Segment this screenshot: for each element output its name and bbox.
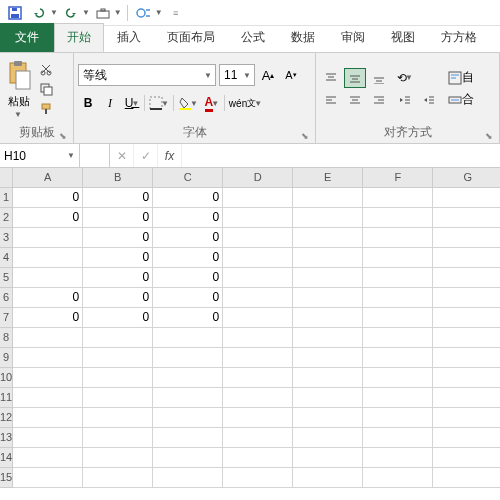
phonetic-button[interactable]: wén文▼ <box>227 93 264 113</box>
font-size-select[interactable]: 11▼ <box>219 64 255 86</box>
align-launcher-icon[interactable]: ⬊ <box>485 131 493 141</box>
cell[interactable] <box>223 188 293 208</box>
cell[interactable] <box>293 408 363 428</box>
cell[interactable] <box>363 228 433 248</box>
cell[interactable] <box>433 368 500 388</box>
merge-button[interactable]: 合 <box>446 90 476 110</box>
cell[interactable]: 0 <box>153 308 223 328</box>
cell[interactable] <box>293 448 363 468</box>
cell[interactable] <box>153 468 223 488</box>
tab-formulas[interactable]: 公式 <box>228 23 278 52</box>
cell[interactable] <box>83 368 153 388</box>
cell[interactable]: 0 <box>83 188 153 208</box>
tab-review[interactable]: 审阅 <box>328 23 378 52</box>
tab-data[interactable]: 数据 <box>278 23 328 52</box>
increase-font-icon[interactable]: A▴ <box>258 65 278 85</box>
name-box[interactable]: H10▼ <box>0 144 80 167</box>
cell[interactable] <box>153 368 223 388</box>
cell[interactable] <box>13 408 83 428</box>
tab-insert[interactable]: 插入 <box>104 23 154 52</box>
row-header[interactable]: 3 <box>0 228 13 248</box>
cell[interactable] <box>223 208 293 228</box>
cell[interactable] <box>433 408 500 428</box>
cell[interactable] <box>223 228 293 248</box>
cell[interactable] <box>433 228 500 248</box>
cell[interactable] <box>363 188 433 208</box>
cell[interactable] <box>433 208 500 228</box>
align-middle-icon[interactable] <box>344 68 366 88</box>
cell[interactable]: 0 <box>83 228 153 248</box>
paste-dropdown-icon[interactable]: ▼ <box>14 110 22 119</box>
paste-label[interactable]: 粘贴 <box>8 94 30 109</box>
column-header[interactable]: C <box>153 168 223 188</box>
column-header[interactable]: G <box>433 168 500 188</box>
cell[interactable] <box>223 468 293 488</box>
cell[interactable] <box>363 468 433 488</box>
briefcase-dropdown-icon[interactable]: ▼ <box>114 8 122 17</box>
italic-button[interactable]: I <box>100 93 120 113</box>
tab-layout[interactable]: 页面布局 <box>154 23 228 52</box>
cell[interactable] <box>293 248 363 268</box>
format-painter-icon[interactable] <box>36 100 56 118</box>
decrease-font-icon[interactable]: A▾ <box>281 65 301 85</box>
cell[interactable] <box>363 248 433 268</box>
column-header[interactable]: E <box>293 168 363 188</box>
cell[interactable]: 0 <box>83 308 153 328</box>
cell[interactable] <box>433 348 500 368</box>
cell[interactable] <box>223 308 293 328</box>
cell[interactable]: 0 <box>13 208 83 228</box>
cell[interactable] <box>293 348 363 368</box>
wrap-text-button[interactable]: 自 <box>446 68 476 88</box>
row-header[interactable]: 2 <box>0 208 13 228</box>
cell[interactable]: 0 <box>13 308 83 328</box>
cell[interactable] <box>433 468 500 488</box>
cell[interactable] <box>363 308 433 328</box>
cell[interactable] <box>13 268 83 288</box>
cell[interactable]: 0 <box>153 268 223 288</box>
cell[interactable] <box>293 428 363 448</box>
cell[interactable]: 0 <box>153 248 223 268</box>
align-center-icon[interactable] <box>344 90 366 110</box>
cell[interactable] <box>363 428 433 448</box>
cell[interactable] <box>293 288 363 308</box>
row-header[interactable]: 11 <box>0 388 13 408</box>
cell[interactable] <box>363 348 433 368</box>
row-header[interactable]: 8 <box>0 328 13 348</box>
row-header[interactable]: 12 <box>0 408 13 428</box>
copy-icon[interactable] <box>36 80 56 98</box>
font-color-button[interactable]: A▼ <box>202 93 222 113</box>
formula-input[interactable] <box>182 144 500 167</box>
border-button[interactable]: ▼ <box>147 93 171 113</box>
tab-extra[interactable]: 方方格 <box>428 23 490 52</box>
cell[interactable] <box>13 468 83 488</box>
align-left-icon[interactable] <box>320 90 342 110</box>
cell[interactable] <box>83 348 153 368</box>
cell[interactable] <box>153 428 223 448</box>
cell[interactable] <box>223 388 293 408</box>
cell[interactable] <box>83 448 153 468</box>
row-header[interactable]: 5 <box>0 268 13 288</box>
cell[interactable] <box>293 268 363 288</box>
align-top-icon[interactable] <box>320 68 342 88</box>
cell[interactable] <box>13 448 83 468</box>
cell[interactable] <box>13 368 83 388</box>
cell[interactable] <box>153 408 223 428</box>
cell[interactable] <box>363 388 433 408</box>
cell[interactable] <box>433 188 500 208</box>
cell[interactable] <box>13 348 83 368</box>
column-header[interactable]: A <box>13 168 83 188</box>
cell[interactable] <box>293 468 363 488</box>
cell[interactable]: 0 <box>153 288 223 308</box>
cell[interactable]: 0 <box>153 208 223 228</box>
cell[interactable] <box>433 328 500 348</box>
cell[interactable] <box>13 388 83 408</box>
enter-icon[interactable]: ✓ <box>134 144 158 167</box>
cell[interactable] <box>223 248 293 268</box>
row-header[interactable]: 10 <box>0 368 13 388</box>
cell[interactable] <box>153 388 223 408</box>
cell[interactable] <box>83 468 153 488</box>
cell[interactable] <box>223 368 293 388</box>
cell[interactable] <box>293 388 363 408</box>
cell[interactable]: 0 <box>83 288 153 308</box>
cell[interactable] <box>83 428 153 448</box>
